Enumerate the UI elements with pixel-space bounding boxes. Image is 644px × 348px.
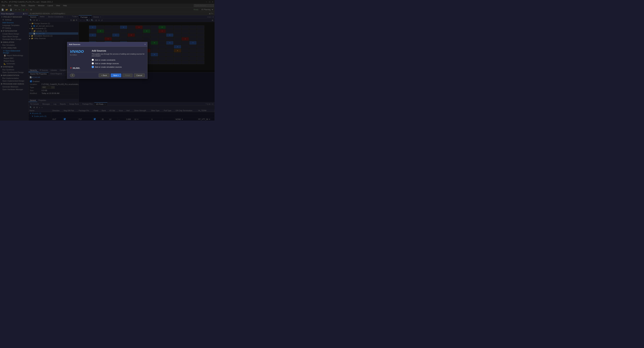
modal-cancel-btn[interactable]: Cancel (134, 73, 145, 77)
radio-design-input[interactable] (92, 62, 94, 64)
modal-footer: ? < Back Next > Finish Cancel (67, 72, 147, 78)
modal-content: Add Sources This guides you through the … (92, 49, 145, 69)
modal-content-title: Add Sources (92, 49, 145, 52)
modal-body: VIVADO ML Edition ✕ XILINX. Add Sources … (67, 47, 147, 72)
xilinx-brand: ✕ XILINX. (70, 57, 80, 69)
modal-header: Add Sources × (67, 42, 147, 47)
radio-constraints[interactable]: Add or create constraints (92, 59, 145, 61)
radio-design-sources[interactable]: Add or create design sources (92, 62, 145, 64)
modal-content-desc: This guides you through the process of a… (92, 53, 145, 57)
modal-back-btn[interactable]: < Back (99, 73, 110, 77)
modal-title: Add Sources (69, 43, 80, 45)
vivado-edition: ML Edition (70, 54, 77, 56)
radio-sim-input[interactable] (92, 66, 94, 68)
vivado-logo: VIVADO (70, 49, 84, 54)
modal-overlay: Add Sources × VIVADO ML Edition ✕ XILINX… (0, 0, 214, 121)
radio-constraints-input[interactable] (92, 59, 94, 61)
radio-sim-sources[interactable]: Add or create simulation sources (92, 66, 145, 68)
modal-help-btn[interactable]: ? (70, 73, 75, 77)
add-sources-modal: Add Sources × VIVADO ML Edition ✕ XILINX… (67, 42, 148, 79)
modal-next-btn[interactable]: Next > (111, 73, 121, 77)
modal-logo-section: VIVADO ML Edition ✕ XILINX. (70, 49, 88, 69)
modal-close-btn[interactable]: × (144, 43, 146, 45)
modal-finish-btn: Finish (122, 73, 132, 77)
